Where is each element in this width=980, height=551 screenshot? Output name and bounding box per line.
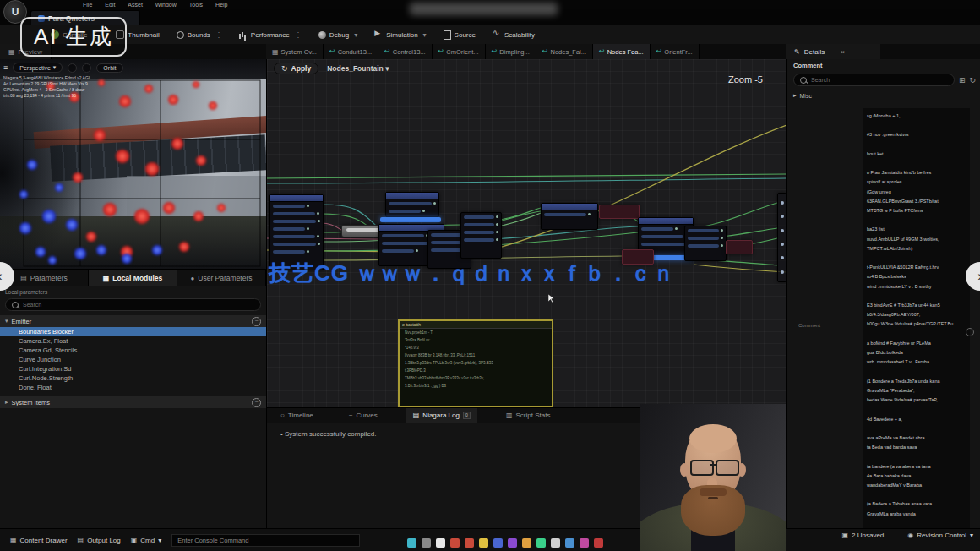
tab-script-stats[interactable]: ▥Script Stats [499, 408, 557, 423]
orbit-button[interactable]: Orbit [96, 63, 122, 73]
pin-icon[interactable] [781, 243, 784, 246]
taskbar-app-icon[interactable] [479, 538, 488, 548]
graph-node[interactable] [599, 205, 640, 219]
menu-item-window[interactable]: Window [155, 2, 177, 8]
pin-icon[interactable] [317, 212, 319, 215]
lit-mode-icon[interactable] [68, 63, 77, 73]
pin-icon[interactable] [307, 250, 309, 253]
comment-text-field[interactable]: sg./Mnrvtha + 1, #3 nov .green kvtvrs bo… [863, 108, 970, 543]
toolbar-scalability-button[interactable]: Scalability [486, 29, 542, 41]
perspective-button[interactable]: Perspective▾ [13, 63, 63, 73]
pin-icon[interactable] [721, 229, 723, 232]
graph-node[interactable] [380, 217, 441, 222]
menu-item-asset[interactable]: Asset [128, 2, 143, 8]
menu-item-edit[interactable]: Edit [105, 2, 115, 8]
pin-icon[interactable] [422, 210, 425, 212]
pin-icon[interactable] [496, 223, 498, 226]
taskbar-app-icon[interactable] [508, 538, 517, 548]
pin-icon[interactable] [433, 202, 436, 205]
add-parameter-icon[interactable]: − [252, 317, 261, 326]
taskbar-app-icon[interactable] [450, 538, 460, 548]
tab-details[interactable]: ✎ Details × [786, 44, 880, 59]
graph-node[interactable] [541, 203, 598, 230]
tab-niagara-log[interactable]: ▤Niagara Log0 [406, 408, 477, 423]
refresh-icon[interactable]: ↻ [969, 76, 976, 85]
tab-scratch-5[interactable]: ↩Nodes Fea... [593, 44, 651, 59]
graph-node[interactable] [684, 226, 727, 261]
details-section-misc[interactable]: ▸ Misc [793, 92, 980, 99]
pin-icon[interactable] [318, 243, 320, 245]
taskbar-app-icon[interactable] [565, 538, 574, 548]
taskbar-app-icon[interactable] [594, 538, 603, 548]
tab-user-parameters[interactable]: ●User Parameters [177, 270, 266, 286]
pin-icon[interactable] [721, 237, 723, 239]
graph-node[interactable] [385, 192, 439, 217]
section-system-items[interactable]: ▸ System Items − [0, 396, 266, 408]
graph-node[interactable] [460, 212, 502, 259]
pin-icon[interactable] [307, 205, 309, 207]
pin-icon[interactable] [675, 227, 678, 230]
tab-curves[interactable]: ~Curves [342, 408, 384, 423]
pin-icon[interactable] [496, 231, 498, 233]
pin-icon[interactable] [496, 215, 498, 218]
tab-scratch-1[interactable]: ↩Control13... [378, 44, 432, 59]
toolbar-simulation-button[interactable]: Simulation▾ [368, 29, 433, 41]
tab-scratch-2[interactable]: ↩CmOrient... [433, 44, 486, 59]
taskbar-app-icon[interactable] [522, 538, 531, 548]
toolbar-performance-button[interactable]: Performance⋮ [232, 29, 308, 41]
comment-box[interactable]: o bastatth Nvv.prpeb1m - T'3rd3ra BnfiLm… [398, 319, 553, 407]
tab-local-modules[interactable]: ▦Local Modules [89, 270, 177, 286]
close-icon[interactable]: × [841, 48, 845, 56]
taskbar-app-icon[interactable] [580, 538, 589, 548]
revision-control-button[interactable]: ◉ Revision Control▾ [907, 532, 973, 539]
taskbar-app-icon[interactable] [536, 538, 546, 548]
camera-speed-icon[interactable] [82, 63, 91, 73]
pin-icon[interactable] [781, 270, 784, 274]
section-emitter[interactable]: ▾ Emitter − [0, 315, 266, 327]
pin-icon[interactable] [721, 244, 723, 247]
pin-icon[interactable] [496, 238, 498, 241]
viewport-menu-icon[interactable]: ≡ [3, 64, 8, 72]
taskbar-app-icon[interactable] [422, 538, 431, 548]
toolbar-source-button[interactable]: Source [437, 29, 482, 41]
parameter-item[interactable]: Camera.Gd, Stencils [0, 346, 266, 355]
pin-icon[interactable] [307, 227, 309, 230]
reset-icon[interactable] [966, 328, 974, 336]
details-search-input[interactable]: Search [793, 74, 955, 86]
pin-icon[interactable] [781, 256, 784, 259]
breadcrumb[interactable]: Nodes_Fountain ▾ [327, 64, 389, 73]
menu-item-tools[interactable]: Tools [189, 2, 203, 8]
taskbar-app-icon[interactable] [436, 538, 445, 548]
view-options-icon[interactable]: ⊞ [959, 76, 966, 85]
parameter-item[interactable]: Boundaries Blocker [0, 327, 266, 336]
parameter-item[interactable]: Curl.Node.Strength [0, 374, 266, 383]
pin-icon[interactable] [781, 229, 784, 232]
tab-scratch-4[interactable]: ↩Nodes_Fal... [536, 44, 593, 59]
pin-icon[interactable] [317, 235, 319, 237]
pin-icon[interactable] [588, 213, 591, 215]
console-command-input[interactable]: Enter Console Command [172, 534, 360, 547]
taskbar-app-icon[interactable] [551, 538, 560, 548]
parameter-item[interactable]: Camera.Ex, Float [0, 336, 266, 346]
tab-scratch-3[interactable]: ↩Dimpling... [486, 44, 536, 59]
cmd-dropdown[interactable]: ▣ Cmd▾ [131, 537, 161, 544]
graph-node[interactable] [726, 240, 753, 254]
taskbar-app-icon[interactable] [465, 538, 474, 548]
content-drawer-button[interactable]: ▦ Content Drawer [10, 537, 68, 544]
add-parameter-icon[interactable]: − [252, 398, 261, 407]
tab-scratch-0[interactable]: ↩Conduit13... [324, 44, 378, 59]
tab-scratch-6[interactable]: ↩OrientFr... [651, 44, 700, 59]
output-log-button[interactable]: ▤ Output Log [78, 537, 121, 544]
menu-item-help[interactable]: Help [215, 2, 227, 8]
pin-icon[interactable] [416, 249, 418, 252]
pin-icon[interactable] [318, 220, 320, 222]
parameters-search-input[interactable]: Search [5, 298, 261, 311]
apply-button[interactable]: ↻ Apply [274, 63, 318, 74]
parameter-item[interactable]: Curve Junction [0, 355, 266, 364]
taskbar-app-icon[interactable] [407, 538, 416, 548]
toolbar-debug-button[interactable]: Debug▾ [312, 30, 365, 41]
tab-timeline[interactable]: ○Timeline [274, 408, 320, 423]
pin-icon[interactable] [781, 201, 784, 205]
preview-viewport[interactable]: ≡ Perspective▾ Orbit Niagara 5.3-avg468 … [0, 59, 266, 269]
taskbar-app-icon[interactable] [493, 538, 503, 548]
